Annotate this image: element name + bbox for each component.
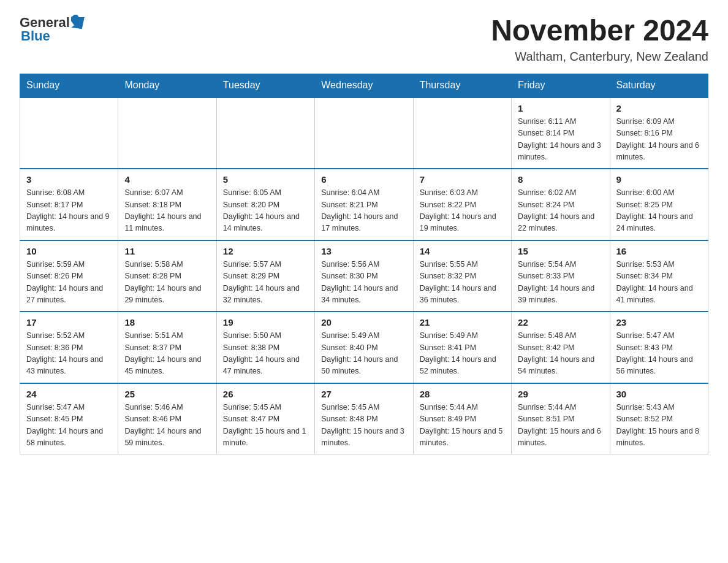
calendar-header-row: Sunday Monday Tuesday Wednesday Thursday… <box>20 74 708 98</box>
day-number: 24 <box>26 389 112 399</box>
table-row: 1Sunrise: 6:11 AMSunset: 8:14 PMDaylight… <box>512 98 610 169</box>
day-number: 6 <box>321 174 406 185</box>
day-number: 1 <box>518 103 603 113</box>
day-number: 15 <box>518 246 603 256</box>
table-row <box>118 98 216 169</box>
day-info: Sunrise: 5:52 AMSunset: 8:36 PMDaylight:… <box>26 330 112 378</box>
calendar-week-row: 17Sunrise: 5:52 AMSunset: 8:36 PMDayligh… <box>20 312 708 383</box>
calendar-week-row: 10Sunrise: 5:59 AMSunset: 8:26 PMDayligh… <box>20 240 708 312</box>
calendar-week-row: 1Sunrise: 6:11 AMSunset: 8:14 PMDaylight… <box>20 98 708 169</box>
table-row: 18Sunrise: 5:51 AMSunset: 8:37 PMDayligh… <box>118 312 216 383</box>
day-number: 5 <box>223 174 308 185</box>
day-info: Sunrise: 6:09 AMSunset: 8:16 PMDaylight:… <box>616 116 702 164</box>
day-number: 7 <box>420 174 505 185</box>
day-info: Sunrise: 6:07 AMSunset: 8:18 PMDaylight:… <box>124 187 210 235</box>
table-row <box>315 98 413 169</box>
table-row: 4Sunrise: 6:07 AMSunset: 8:18 PMDaylight… <box>118 169 216 240</box>
day-info: Sunrise: 5:55 AMSunset: 8:32 PMDaylight:… <box>420 259 505 307</box>
day-number: 18 <box>124 317 210 327</box>
header-tuesday: Tuesday <box>216 74 314 98</box>
day-number: 13 <box>321 246 406 256</box>
day-number: 19 <box>223 317 308 327</box>
table-row: 30Sunrise: 5:43 AMSunset: 8:52 PMDayligh… <box>610 383 708 454</box>
day-info: Sunrise: 6:04 AMSunset: 8:21 PMDaylight:… <box>321 187 406 235</box>
table-row: 12Sunrise: 5:57 AMSunset: 8:29 PMDayligh… <box>216 240 314 312</box>
calendar-week-row: 24Sunrise: 5:47 AMSunset: 8:45 PMDayligh… <box>20 383 708 454</box>
header-wednesday: Wednesday <box>315 74 413 98</box>
table-row: 13Sunrise: 5:56 AMSunset: 8:30 PMDayligh… <box>315 240 413 312</box>
header-saturday: Saturday <box>610 74 708 98</box>
day-info: Sunrise: 5:50 AMSunset: 8:38 PMDaylight:… <box>223 330 308 378</box>
day-info: Sunrise: 5:44 AMSunset: 8:49 PMDaylight:… <box>420 402 505 450</box>
table-row: 8Sunrise: 6:02 AMSunset: 8:24 PMDaylight… <box>512 169 610 240</box>
day-number: 11 <box>124 246 210 256</box>
header-sunday: Sunday <box>20 74 118 98</box>
day-info: Sunrise: 5:49 AMSunset: 8:41 PMDaylight:… <box>420 330 505 378</box>
day-info: Sunrise: 5:45 AMSunset: 8:48 PMDaylight:… <box>321 402 406 450</box>
day-number: 25 <box>124 389 210 399</box>
day-number: 16 <box>616 246 702 256</box>
logo-arrow-icon <box>71 15 87 31</box>
day-number: 3 <box>26 174 112 185</box>
day-number: 9 <box>616 174 702 185</box>
day-info: Sunrise: 5:59 AMSunset: 8:26 PMDaylight:… <box>26 259 112 307</box>
table-row: 10Sunrise: 5:59 AMSunset: 8:26 PMDayligh… <box>20 240 118 312</box>
calendar-week-row: 3Sunrise: 6:08 AMSunset: 8:17 PMDaylight… <box>20 169 708 240</box>
day-number: 23 <box>616 317 702 327</box>
day-number: 10 <box>26 246 112 256</box>
day-number: 2 <box>616 103 702 113</box>
day-info: Sunrise: 5:57 AMSunset: 8:29 PMDaylight:… <box>223 259 308 307</box>
table-row: 23Sunrise: 5:47 AMSunset: 8:43 PMDayligh… <box>610 312 708 383</box>
day-info: Sunrise: 5:49 AMSunset: 8:40 PMDaylight:… <box>321 330 406 378</box>
day-info: Sunrise: 5:58 AMSunset: 8:28 PMDaylight:… <box>124 259 210 307</box>
day-info: Sunrise: 6:08 AMSunset: 8:17 PMDaylight:… <box>26 187 112 235</box>
day-info: Sunrise: 5:43 AMSunset: 8:52 PMDaylight:… <box>616 402 702 450</box>
day-info: Sunrise: 5:47 AMSunset: 8:43 PMDaylight:… <box>616 330 702 378</box>
table-row: 29Sunrise: 5:44 AMSunset: 8:51 PMDayligh… <box>512 383 610 454</box>
day-info: Sunrise: 6:11 AMSunset: 8:14 PMDaylight:… <box>518 116 603 164</box>
day-info: Sunrise: 5:56 AMSunset: 8:30 PMDaylight:… <box>321 259 406 307</box>
day-number: 22 <box>518 317 603 327</box>
table-row: 24Sunrise: 5:47 AMSunset: 8:45 PMDayligh… <box>20 383 118 454</box>
day-info: Sunrise: 5:53 AMSunset: 8:34 PMDaylight:… <box>616 259 702 307</box>
day-number: 27 <box>321 389 406 399</box>
table-row <box>413 98 511 169</box>
table-row <box>20 98 118 169</box>
table-row: 19Sunrise: 5:50 AMSunset: 8:38 PMDayligh… <box>216 312 314 383</box>
table-row: 15Sunrise: 5:54 AMSunset: 8:33 PMDayligh… <box>512 240 610 312</box>
day-info: Sunrise: 5:48 AMSunset: 8:42 PMDaylight:… <box>518 330 603 378</box>
table-row: 14Sunrise: 5:55 AMSunset: 8:32 PMDayligh… <box>413 240 511 312</box>
table-row: 21Sunrise: 5:49 AMSunset: 8:41 PMDayligh… <box>413 312 511 383</box>
day-number: 12 <box>223 246 308 256</box>
logo: General Blue <box>20 15 87 44</box>
day-info: Sunrise: 5:44 AMSunset: 8:51 PMDaylight:… <box>518 402 603 450</box>
day-number: 21 <box>420 317 505 327</box>
table-row: 9Sunrise: 6:00 AMSunset: 8:25 PMDaylight… <box>610 169 708 240</box>
table-row: 6Sunrise: 6:04 AMSunset: 8:21 PMDaylight… <box>315 169 413 240</box>
title-block: November 2024 Waltham, Canterbury, New Z… <box>491 15 708 64</box>
table-row: 17Sunrise: 5:52 AMSunset: 8:36 PMDayligh… <box>20 312 118 383</box>
day-number: 26 <box>223 389 308 399</box>
day-number: 17 <box>26 317 112 327</box>
table-row: 11Sunrise: 5:58 AMSunset: 8:28 PMDayligh… <box>118 240 216 312</box>
day-info: Sunrise: 5:51 AMSunset: 8:37 PMDaylight:… <box>124 330 210 378</box>
day-number: 8 <box>518 174 603 185</box>
day-number: 4 <box>124 174 210 185</box>
day-info: Sunrise: 5:54 AMSunset: 8:33 PMDaylight:… <box>518 259 603 307</box>
header-monday: Monday <box>118 74 216 98</box>
table-row: 20Sunrise: 5:49 AMSunset: 8:40 PMDayligh… <box>315 312 413 383</box>
day-info: Sunrise: 6:05 AMSunset: 8:20 PMDaylight:… <box>223 187 308 235</box>
logo-blue-text: Blue <box>21 28 50 44</box>
table-row: 7Sunrise: 6:03 AMSunset: 8:22 PMDaylight… <box>413 169 511 240</box>
header-thursday: Thursday <box>413 74 511 98</box>
day-number: 20 <box>321 317 406 327</box>
table-row: 5Sunrise: 6:05 AMSunset: 8:20 PMDaylight… <box>216 169 314 240</box>
table-row: 16Sunrise: 5:53 AMSunset: 8:34 PMDayligh… <box>610 240 708 312</box>
day-number: 14 <box>420 246 505 256</box>
header-friday: Friday <box>512 74 610 98</box>
table-row: 26Sunrise: 5:45 AMSunset: 8:47 PMDayligh… <box>216 383 314 454</box>
subtitle: Waltham, Canterbury, New Zealand <box>491 50 708 64</box>
page-header: General Blue November 2024 Waltham, Cant… <box>20 15 708 64</box>
table-row: 3Sunrise: 6:08 AMSunset: 8:17 PMDaylight… <box>20 169 118 240</box>
table-row <box>216 98 314 169</box>
